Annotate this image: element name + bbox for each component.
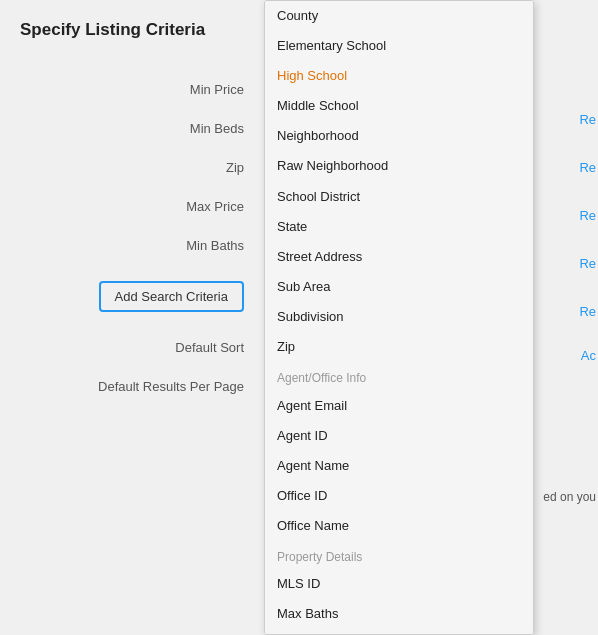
re-label-4[interactable]: Re	[579, 304, 596, 319]
dropdown-item-13[interactable]: Agent Email	[265, 391, 533, 421]
criteria-min-baths-label: Min Baths	[186, 238, 244, 253]
dropdown-menu[interactable]: CountyElementary SchoolHigh SchoolMiddle…	[264, 0, 534, 635]
dropdown-item-17[interactable]: Office Name	[265, 511, 533, 541]
criteria-default-results: Default Results Per Page	[20, 367, 260, 406]
criteria-default-results-label: Default Results Per Page	[98, 379, 244, 394]
dropdown-item-8[interactable]: Street Address	[265, 242, 533, 272]
criteria-min-beds: Min Beds	[20, 109, 260, 148]
criteria-default-sort: Default Sort	[20, 328, 260, 367]
dropdown-item-21[interactable]: Max Beds	[265, 630, 533, 635]
criteria-min-price: Min Price	[20, 70, 260, 109]
dropdown-item-6[interactable]: School District	[265, 182, 533, 212]
dropdown-item-1[interactable]: Elementary School	[265, 31, 533, 61]
sidebar-title: Specify Listing Criteria	[20, 20, 260, 40]
criteria-max-price: Max Price	[20, 187, 260, 226]
dropdown-item-14[interactable]: Agent ID	[265, 421, 533, 451]
criteria-zip-label: Zip	[226, 160, 244, 175]
criteria-min-beds-label: Min Beds	[190, 121, 244, 136]
dropdown-item-10[interactable]: Subdivision	[265, 302, 533, 332]
dropdown-item-9[interactable]: Sub Area	[265, 272, 533, 302]
dropdown-item-4[interactable]: Neighborhood	[265, 121, 533, 151]
partial-text: ed on you	[543, 490, 596, 504]
dropdown-item-5[interactable]: Raw Neighborhood	[265, 151, 533, 181]
criteria-min-baths: Min Baths	[20, 226, 260, 265]
re-label-0[interactable]: Re	[579, 112, 596, 127]
re-label-1[interactable]: Re	[579, 160, 596, 175]
dropdown-item-16[interactable]: Office ID	[265, 481, 533, 511]
add-search-criteria-row: Add Search Criteria	[20, 269, 260, 324]
left-sidebar: Specify Listing Criteria Min Price Min B…	[0, 0, 260, 635]
criteria-min-price-label: Min Price	[190, 82, 244, 97]
criteria-zip: Zip	[20, 148, 260, 187]
dropdown-item-19[interactable]: MLS ID	[265, 569, 533, 599]
criteria-list: Min Price Min Beds Zip Max Price Min Bat…	[20, 70, 260, 406]
criteria-default-sort-label: Default Sort	[175, 340, 244, 355]
criteria-max-price-label: Max Price	[186, 199, 244, 214]
dropdown-item-11[interactable]: Zip	[265, 332, 533, 362]
main-panel: Specify Listing Criteria Min Price Min B…	[0, 0, 598, 635]
dropdown-item-7[interactable]: State	[265, 212, 533, 242]
dropdown-item-0[interactable]: County	[265, 1, 533, 31]
dropdown-item-20[interactable]: Max Baths	[265, 599, 533, 629]
re-label-3[interactable]: Re	[579, 256, 596, 271]
re-label-2[interactable]: Re	[579, 208, 596, 223]
add-search-criteria-button[interactable]: Add Search Criteria	[99, 281, 244, 312]
dropdown-item-2[interactable]: High School	[265, 61, 533, 91]
dropdown-item-3[interactable]: Middle School	[265, 91, 533, 121]
ac-label-5[interactable]: Ac	[581, 348, 596, 363]
dropdown-item-18: Property Details	[265, 541, 533, 569]
dropdown-item-15[interactable]: Agent Name	[265, 451, 533, 481]
dropdown-item-12: Agent/Office Info	[265, 362, 533, 390]
